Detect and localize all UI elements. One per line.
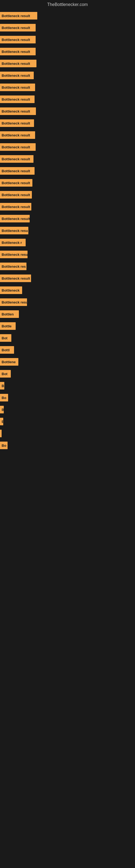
bar-row: Bottle — [0, 321, 135, 331]
bar: Bottleneck result — [0, 107, 36, 115]
bar: Bottleneck result — [0, 119, 34, 127]
bar-row — [0, 429, 135, 438]
bar-label: B — [2, 408, 4, 412]
bar-row: Bottleneck result — [0, 190, 135, 199]
bar: Bottleneck result — [0, 155, 34, 163]
bar — [0, 430, 2, 437]
bar: Bot — [0, 334, 11, 342]
bar-label: Bottleneck result — [2, 133, 30, 137]
bar-row: Bottleneck resu — [0, 250, 135, 259]
bar: B — [0, 406, 4, 413]
bar: Bo — [0, 394, 8, 401]
bar-label: Bottle — [2, 324, 12, 328]
bar: Bottleneck result — [0, 191, 32, 198]
bar-row: Bottleneck result — [0, 130, 135, 140]
bar: Bo — [0, 442, 8, 449]
bar-row: Bo — [0, 393, 135, 403]
bar-label: Bottleneck result — [2, 217, 30, 221]
bar-row: Bottleneck — [0, 285, 135, 295]
bar-row: Bottleneck resu — [0, 226, 135, 236]
bar: Bottleneck result — [0, 36, 36, 43]
bar-row: Bottleneck result — [0, 46, 135, 56]
bar-label: Bottleneck r — [2, 241, 22, 245]
bar-label: Bottleneck resu — [2, 252, 28, 257]
bar: Bottleneck resu — [0, 251, 28, 258]
bar-label: Bottleneck result — [2, 205, 30, 209]
bar-label: Bottleneck result — [2, 97, 30, 101]
bar: Bottleneck result — [0, 24, 36, 31]
bar-label: Bottleneck res — [2, 265, 26, 269]
bar-label: Bottleneck result — [2, 50, 30, 54]
bar: Bottleneck resu — [0, 299, 27, 306]
bar-label: Bot — [2, 336, 8, 340]
bar-row: B — [0, 416, 135, 426]
bar-row: Bottleneck result — [0, 23, 135, 33]
bar: Bottleneck result — [0, 167, 35, 175]
bar: Bottle — [0, 322, 16, 330]
bar: Bottleneck — [0, 286, 22, 294]
bar: Bottleneck resu — [0, 227, 28, 235]
bar-label: Bottleneck result — [2, 169, 30, 173]
bar-row: Bot — [0, 333, 135, 343]
bar-row: Bottlene — [0, 357, 135, 367]
bar: Bottleneck result — [0, 60, 37, 67]
bar-row: Bottleneck result — [0, 118, 135, 128]
bar-row: Bottleneck result — [0, 11, 135, 21]
bar-label: Bottleneck result — [2, 276, 30, 280]
bar-label: Bottleneck result — [2, 26, 30, 30]
bar-row: Bottleneck resu — [0, 297, 135, 307]
bar-row: Bo — [0, 440, 135, 450]
bar-row: Bottleneck result — [0, 59, 135, 68]
bar-row: Bottleneck r — [0, 238, 135, 247]
bar-label: Bottleneck result — [2, 109, 30, 113]
bar-label: Bottleneck resu — [2, 229, 28, 233]
bar-row: Bottleneck result — [0, 154, 135, 164]
bar-label: Bo — [2, 396, 6, 400]
bar: Bottleneck result — [0, 179, 32, 187]
bar-row: Bottleneck result — [0, 214, 135, 223]
bar: Bottleneck result — [0, 95, 35, 103]
bar-row: B — [0, 405, 135, 414]
bar-row: Bottleneck result — [0, 106, 135, 116]
bar-label: Bottleneck result — [2, 145, 30, 149]
bar-label: Bottleneck result — [2, 181, 30, 185]
bar: B — [0, 418, 3, 425]
bar-label: Bottleneck result — [2, 14, 30, 18]
bar-row: Bottleneck result — [0, 202, 135, 212]
bar-label: Bottleneck result — [2, 62, 30, 66]
bar: Bottleneck result — [0, 84, 35, 91]
bar-row: Bottleneck result — [0, 94, 135, 104]
site-title: TheBottlenecker.com — [0, 0, 135, 8]
bar-label: Bottleneck result — [2, 193, 30, 197]
bar-row: Bottl — [0, 345, 135, 355]
bar-row: Bottleneck res — [0, 261, 135, 271]
bar: Bottl — [0, 346, 14, 354]
bar: Bottleneck result — [0, 215, 30, 222]
bar-label: Bottlene — [2, 360, 16, 364]
bar: Bottleneck result — [0, 275, 31, 282]
bar-row: Bottlen — [0, 309, 135, 319]
bar-label: B — [2, 420, 3, 424]
bar: Bottlene — [0, 358, 18, 366]
bar-label: Bot — [2, 372, 8, 376]
bar: Bottleneck result — [0, 203, 31, 211]
bar-label: Bottlen — [2, 312, 14, 316]
bar: Bottleneck result — [0, 72, 34, 79]
bar-label: Bottleneck result — [2, 157, 30, 161]
bar-row: Bottleneck result — [0, 166, 135, 176]
bar-row: B — [0, 381, 135, 391]
bar-label: Bo — [2, 443, 6, 447]
bar-label: Bottleneck resu — [2, 300, 27, 304]
bar: Bottleneck result — [0, 131, 35, 139]
bar-row: Bottleneck result — [0, 142, 135, 152]
bar: Bottleneck result — [0, 143, 36, 151]
bar-label: Bottleneck result — [2, 86, 30, 90]
bar-label: B — [2, 384, 4, 388]
bar-row: Bottleneck result — [0, 70, 135, 80]
bar-label: Bottleneck result — [2, 121, 30, 125]
bar: Bottleneck res — [0, 262, 27, 270]
bar-label: Bottleneck result — [2, 73, 30, 78]
bar-label: Bottleneck result — [2, 38, 30, 42]
bar: Bottlen — [0, 310, 19, 318]
bar-row: Bottleneck result — [0, 35, 135, 44]
